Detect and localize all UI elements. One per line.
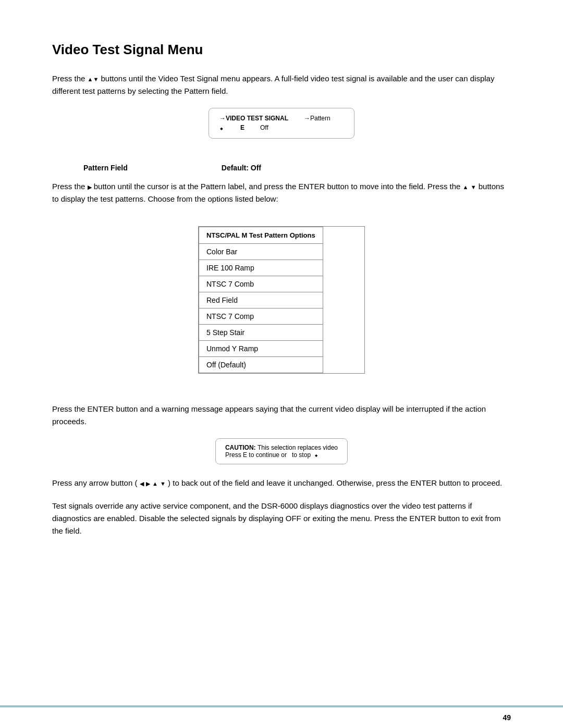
pattern-field-label: Pattern Field bbox=[83, 164, 128, 172]
arrow-paragraph: Press any arrow button ( ) to back out o… bbox=[52, 477, 511, 489]
menu-row-2: ⬥ E Off bbox=[219, 124, 344, 132]
menu-line1-label: →VIDEO TEST SIGNAL bbox=[219, 115, 288, 122]
menu-display-box: →VIDEO TEST SIGNAL →Pattern ⬥ E Off bbox=[209, 108, 354, 139]
table-cell: 5 Step Stair bbox=[199, 325, 323, 341]
table-cell: Red Field bbox=[199, 292, 323, 309]
right-arrow-icon bbox=[88, 182, 92, 191]
table-cell: IRE 100 Ramp bbox=[199, 260, 323, 276]
table-row: Red Field bbox=[199, 292, 323, 309]
table-row: IRE 100 Ramp bbox=[199, 260, 323, 276]
table-cell: NTSC 7 Comp bbox=[199, 309, 323, 325]
caution-label: CAUTION: bbox=[225, 444, 258, 451]
menu-line2-label: E bbox=[240, 124, 244, 132]
field-labels-row: Pattern Field Default: Off bbox=[83, 164, 511, 172]
intro-text: buttons until the Video Test Signal menu… bbox=[52, 74, 494, 95]
caution-four-arrow: ⬥ bbox=[314, 451, 318, 459]
caution-to-stop: to stop bbox=[292, 451, 311, 459]
enter-text: Press the ENTER button and a warning mes… bbox=[52, 403, 511, 428]
table-row: NTSC 7 Comp bbox=[199, 309, 323, 325]
table-cell: Unmod Y Ramp bbox=[199, 341, 323, 357]
page-title: Video Test Signal Menu bbox=[52, 42, 511, 58]
caution-press-text: Press E to continue or bbox=[225, 451, 287, 459]
options-table: NTSC/PAL M Test Pattern Options Color Ba… bbox=[198, 226, 365, 374]
menu-display-container: →VIDEO TEST SIGNAL →Pattern ⬥ E Off bbox=[52, 108, 511, 151]
table-row: 5 Step Stair bbox=[199, 325, 323, 341]
arrow-text-post: ) to back out of the field and leave it … bbox=[168, 478, 502, 487]
down-arrow-icon bbox=[93, 74, 99, 83]
left-arrow-icon bbox=[140, 478, 144, 487]
page-number: 49 bbox=[503, 713, 511, 722]
final-paragraph: Test signals override any active service… bbox=[52, 500, 511, 537]
up-arrow-icon3 bbox=[152, 478, 158, 487]
table-row: NTSC 7 Comb bbox=[199, 276, 323, 292]
right-arrow-icon2 bbox=[146, 478, 150, 487]
menu-four-arrow-icon: ⬥ bbox=[219, 124, 224, 132]
options-table-container: NTSC/PAL M Test Pattern Options Color Ba… bbox=[52, 216, 511, 388]
up-arrow-icon bbox=[88, 74, 93, 83]
table-row: Off (Default) bbox=[199, 357, 323, 373]
caution-box: CAUTION: This selection replaces video P… bbox=[215, 438, 348, 464]
table-header: NTSC/PAL M Test Pattern Options bbox=[199, 227, 323, 244]
caution-text: This selection replaces video bbox=[258, 444, 338, 451]
arrow-text-pre: Press any arrow button ( bbox=[52, 478, 137, 487]
table-cell: Color Bar bbox=[199, 244, 323, 260]
menu-line2-value: Off bbox=[260, 124, 268, 132]
intro-paragraph: Press the buttons until the Video Test S… bbox=[52, 72, 511, 97]
pattern-description: Press the button until the cursor is at … bbox=[52, 180, 511, 205]
menu-line1-value: →Pattern bbox=[304, 115, 331, 122]
down-arrow-icon3 bbox=[160, 478, 166, 487]
down-arrow-icon2 bbox=[471, 182, 476, 191]
caution-line1: CAUTION: This selection replaces video bbox=[225, 444, 338, 451]
table-cell: Off (Default) bbox=[199, 357, 323, 373]
menu-row-1: →VIDEO TEST SIGNAL →Pattern bbox=[219, 115, 344, 122]
table-cell: NTSC 7 Comb bbox=[199, 276, 323, 292]
table-row: Unmod Y Ramp bbox=[199, 341, 323, 357]
pattern-text: button until the cursor is at the Patter… bbox=[94, 182, 461, 191]
caution-box-container: CAUTION: This selection replaces video P… bbox=[52, 438, 511, 464]
page-footer: 49 bbox=[0, 706, 563, 728]
table-row: Color Bar bbox=[199, 244, 323, 260]
default-label: Default: Off bbox=[222, 164, 261, 172]
caution-line2: Press E to continue or to stop ⬥ bbox=[225, 451, 338, 459]
up-arrow-icon2 bbox=[463, 182, 469, 191]
